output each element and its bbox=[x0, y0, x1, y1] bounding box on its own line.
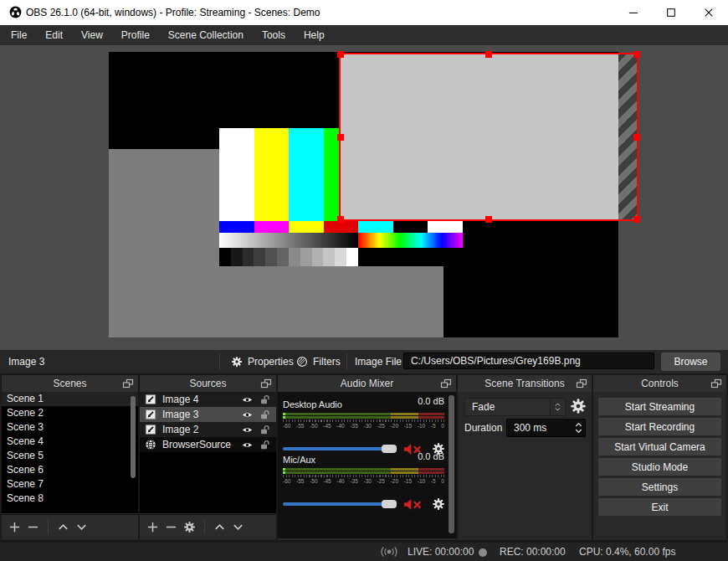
source-row[interactable]: BrowserSource bbox=[140, 437, 276, 452]
audio-mixer-header[interactable]: Audio Mixer bbox=[278, 375, 456, 392]
scene-row[interactable]: Scene 4 bbox=[2, 435, 138, 449]
unlock-icon[interactable] bbox=[259, 394, 270, 405]
minimize-button[interactable] bbox=[624, 6, 643, 19]
browse-button[interactable]: Browse bbox=[661, 353, 720, 371]
move-source-up-button[interactable] bbox=[213, 521, 226, 533]
move-scene-up-button[interactable] bbox=[57, 521, 69, 533]
selection-handle[interactable] bbox=[485, 216, 492, 223]
close-button[interactable] bbox=[700, 6, 718, 19]
selection-handle[interactable] bbox=[633, 51, 640, 58]
eye-icon[interactable] bbox=[241, 394, 254, 405]
volume-slider-handle[interactable] bbox=[382, 500, 397, 508]
unlock-icon[interactable] bbox=[259, 425, 270, 435]
controls-header[interactable]: Controls bbox=[593, 375, 726, 392]
exit-button[interactable]: Exit bbox=[598, 498, 721, 516]
remove-source-button[interactable] bbox=[165, 521, 177, 533]
combo-arrows[interactable] bbox=[550, 399, 565, 415]
controls-panel: Controls Start Streaming Start Recording… bbox=[593, 375, 726, 540]
chevron-up-icon bbox=[574, 421, 583, 428]
scene-row[interactable]: Scene 2 bbox=[2, 406, 138, 420]
muted-speaker-icon[interactable] bbox=[403, 498, 423, 511]
source-properties-gear-icon[interactable] bbox=[183, 521, 196, 533]
move-source-down-button[interactable] bbox=[232, 521, 244, 533]
transition-gear-icon[interactable] bbox=[570, 398, 587, 414]
volume-slider[interactable] bbox=[283, 447, 397, 450]
selected-source-label: Image 3 bbox=[8, 356, 44, 368]
broadcast-icon bbox=[378, 546, 400, 558]
selection-handle[interactable] bbox=[485, 51, 492, 58]
dock-icon bbox=[440, 378, 452, 389]
studio-mode-button[interactable]: Studio Mode bbox=[598, 458, 721, 476]
selection-handle[interactable] bbox=[633, 134, 640, 141]
filters-button[interactable]: Filters bbox=[296, 350, 341, 373]
title-bar[interactable]: OBS 26.1.0 (64-bit, windows) - Profile: … bbox=[0, 0, 728, 25]
filters-label: Filters bbox=[313, 356, 341, 368]
menu-profile[interactable]: Profile bbox=[112, 25, 159, 45]
separator bbox=[219, 353, 220, 370]
transition-select[interactable]: Fade bbox=[464, 398, 566, 416]
menu-scene-collection[interactable]: Scene Collection bbox=[159, 25, 253, 45]
scene-row[interactable]: Scene 3 bbox=[2, 420, 138, 435]
settings-button[interactable]: Settings bbox=[598, 478, 721, 496]
menu-edit[interactable]: Edit bbox=[36, 25, 72, 45]
db-scale: -60-55-50-45-40-35-30-25-20-15-10-50 bbox=[283, 423, 444, 429]
preview-area bbox=[0, 45, 728, 350]
eye-icon[interactable] bbox=[241, 425, 254, 435]
gear-icon[interactable] bbox=[432, 497, 445, 511]
audio-mixer-panel: Audio Mixer Desktop Audio 0.0 dB -60-55-… bbox=[278, 375, 456, 540]
scene-row[interactable]: Scene 5 bbox=[2, 449, 138, 463]
image-file-input[interactable] bbox=[403, 353, 654, 369]
channel-name: Mic/Aux bbox=[283, 455, 315, 465]
source-row[interactable]: Image 4 bbox=[140, 392, 276, 407]
source-row[interactable]: Image 3 bbox=[140, 407, 276, 422]
controls-title: Controls bbox=[641, 378, 679, 389]
move-scene-down-button[interactable] bbox=[75, 521, 88, 533]
scene-row[interactable]: Scene 6 bbox=[2, 463, 138, 477]
selection-handle[interactable] bbox=[337, 216, 344, 223]
selection-handle[interactable] bbox=[633, 216, 640, 223]
menu-view[interactable]: View bbox=[72, 25, 112, 45]
sources-header[interactable]: Sources bbox=[140, 375, 276, 392]
selection-rect[interactable] bbox=[339, 53, 638, 221]
remove-scene-button[interactable] bbox=[27, 521, 39, 533]
mixer-channel-desktop-audio: Desktop Audio 0.0 dB -60-55-50-45-40-35-… bbox=[283, 396, 444, 429]
scene-row[interactable]: Scene 8 bbox=[2, 492, 138, 506]
scenes-panel: Scenes Scene 1 Scene 2 Scene 3 Scene 4 S… bbox=[2, 375, 138, 540]
menu-tools[interactable]: Tools bbox=[253, 25, 295, 45]
scene-transitions-header[interactable]: Scene Transitions bbox=[458, 375, 592, 392]
duration-label: Duration bbox=[464, 419, 502, 437]
add-scene-button[interactable] bbox=[8, 521, 21, 533]
db-scale: -60-55-50-45-40-35-30-25-20-15-10-50 bbox=[283, 478, 444, 484]
selection-handle[interactable] bbox=[337, 51, 344, 58]
volume-slider[interactable] bbox=[283, 502, 397, 506]
source-toolbar: Image 3 Properties Filters Image File Br… bbox=[0, 350, 728, 373]
spin-arrows[interactable] bbox=[572, 421, 585, 435]
scene-row[interactable]: Scene 1 bbox=[2, 392, 138, 406]
selection-handle[interactable] bbox=[337, 134, 344, 141]
source-row[interactable]: Image 2 bbox=[140, 422, 276, 437]
start-recording-button[interactable]: Start Recording bbox=[598, 418, 721, 435]
start-virtual-camera-button[interactable]: Start Virtual Camera bbox=[598, 438, 721, 455]
volume-meter bbox=[283, 468, 444, 477]
mixer-scrollbar[interactable] bbox=[449, 395, 454, 533]
unlock-icon[interactable] bbox=[259, 409, 270, 420]
rec-dot-icon bbox=[479, 548, 487, 557]
scene-row[interactable]: Scene 7 bbox=[2, 477, 138, 492]
eye-icon[interactable] bbox=[241, 440, 254, 450]
obs-window: OBS 26.1.0 (64-bit, windows) - Profile: … bbox=[0, 0, 728, 561]
menu-file[interactable]: File bbox=[2, 25, 36, 45]
sources-list: Image 4 Image 3 Image 2 BrowserSource bbox=[140, 392, 276, 513]
scenes-header[interactable]: Scenes bbox=[2, 375, 138, 392]
add-source-button[interactable] bbox=[146, 521, 159, 533]
separator bbox=[346, 353, 347, 370]
duration-spinbox[interactable]: 300 ms bbox=[506, 419, 586, 437]
scenes-scrollbar[interactable] bbox=[131, 396, 136, 478]
separator bbox=[204, 519, 205, 534]
maximize-button[interactable] bbox=[662, 6, 680, 19]
scenes-toolbar bbox=[2, 514, 138, 538]
properties-button[interactable]: Properties bbox=[231, 350, 294, 373]
start-streaming-button[interactable]: Start Streaming bbox=[598, 398, 721, 415]
unlock-icon[interactable] bbox=[259, 440, 270, 450]
eye-icon[interactable] bbox=[241, 409, 254, 420]
menu-help[interactable]: Help bbox=[295, 25, 334, 45]
